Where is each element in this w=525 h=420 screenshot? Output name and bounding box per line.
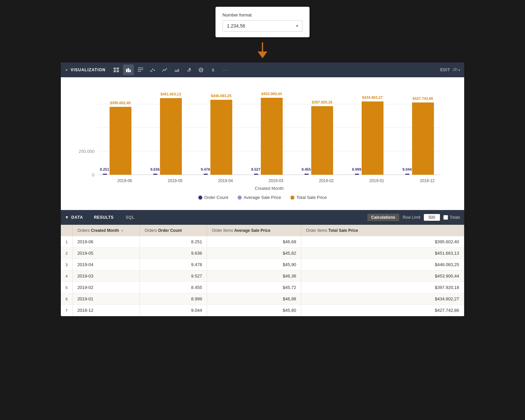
row-num-7: 7: [61, 305, 73, 316]
sort-icon[interactable]: ▾: [121, 229, 123, 233]
calculations-button[interactable]: Calculations: [367, 214, 399, 221]
th-created-month-label: Created Month: [91, 228, 119, 233]
list-view-button[interactable]: [135, 65, 146, 75]
legend-dot-avg-sale-price: [238, 196, 242, 200]
svg-point-14: [154, 70, 155, 71]
legend-total-sale-price: Total Sale Price: [290, 195, 327, 200]
results-tab[interactable]: RESULTS: [88, 213, 119, 222]
row-limit-label: Row Limit: [403, 215, 420, 220]
th-total-sale-price[interactable]: Order Items Total Sale Price: [301, 225, 464, 236]
cell-avg-price-2: $45,82: [207, 248, 301, 259]
bar-total-2019-01: [362, 101, 383, 175]
data-collapse-icon[interactable]: ▼: [65, 215, 69, 220]
svg-text:2019-03: 2019-03: [269, 178, 283, 183]
bar-total-2019-03: [261, 98, 283, 175]
svg-text:250.000: 250.000: [79, 149, 94, 154]
edit-button[interactable]: EDIT: [440, 68, 450, 72]
sql-tab[interactable]: SQL: [120, 213, 140, 222]
svg-rect-10: [138, 69, 143, 70]
number-format-select[interactable]: 1.234,56 ▾: [223, 20, 302, 32]
svg-rect-8: [129, 70, 131, 72]
row-limit-input[interactable]: [424, 214, 440, 221]
cell-total-price-4: $453.900,44: [301, 270, 464, 282]
bar-count-2019-06: [103, 174, 107, 175]
svg-rect-3: [117, 68, 119, 70]
svg-text:2019-01: 2019-01: [369, 178, 384, 183]
th-order-items-label2: Order Items: [306, 228, 328, 233]
bar-total-2018-12: [412, 102, 434, 175]
line-view-button[interactable]: [159, 65, 170, 75]
cell-total-price-6: $434.802,27: [301, 293, 464, 305]
more-options-button[interactable]: ···: [220, 65, 231, 75]
cell-order-count-6: 8.999: [140, 293, 207, 305]
number-format-label: Number format: [223, 12, 302, 17]
legend-label-avg-sale-price: Average Sale Price: [244, 195, 281, 200]
bar-count-2019-02: [305, 174, 309, 175]
th-row-num: [61, 225, 73, 236]
viz-toolbar-left: ▼ VISUALIZATION: [65, 65, 231, 75]
bar-total-2019-05: [160, 98, 182, 175]
gear-settings-button[interactable]: ▾: [453, 68, 460, 73]
data-table-container: Orders Created Month ▾ Orders Order Coun…: [61, 225, 464, 316]
cell-month-6: 2019-01: [73, 293, 140, 305]
totals-checkbox-group[interactable]: Totals: [443, 215, 460, 220]
collapse-icon[interactable]: ▼: [65, 68, 69, 72]
svg-text:2018-12: 2018-12: [420, 178, 435, 183]
legend-dot-order-count: [198, 196, 202, 200]
data-table: Orders Created Month ▾ Orders Order Coun…: [61, 225, 464, 316]
cell-total-price-2: $451.663,13: [301, 248, 464, 259]
th-avg-sale-price-label: Average Sale Price: [234, 228, 271, 233]
cell-month-1: 2019-06: [73, 236, 140, 248]
number-view-button[interactable]: 6: [208, 65, 218, 75]
pie-view-button[interactable]: [184, 65, 194, 75]
th-order-items-label: Order Items: [212, 228, 234, 233]
svg-rect-4: [114, 70, 116, 72]
table-row: 2 2019-05 9.636 $45,82 $451.663,13: [61, 248, 464, 259]
table-row: 1 2019-06 8.251 $46,68 $395.602,40: [61, 236, 464, 248]
row-num-2: 2: [61, 248, 73, 259]
svg-rect-11: [138, 71, 141, 72]
bar-count-2018-12: [405, 174, 409, 175]
chevron-down-icon: ▾: [296, 24, 298, 28]
svg-rect-6: [126, 69, 127, 72]
bar-total-2019-02: [311, 106, 333, 175]
cell-month-4: 2019-03: [73, 270, 140, 282]
table-row: 3 2019-04 9.478 $45,90 $446.083,25: [61, 259, 464, 270]
th-order-count[interactable]: Orders Order Count: [140, 225, 207, 236]
table-view-button[interactable]: [111, 65, 122, 75]
table-row: 5 2019-02 8.455 $45,72 $397.920,18: [61, 282, 464, 293]
globe-view-button[interactable]: [196, 65, 206, 75]
cell-order-count-1: 8.251: [140, 236, 207, 248]
row-num-1: 1: [61, 236, 73, 248]
area-view-button[interactable]: [171, 65, 182, 75]
cell-avg-price-6: $46,98: [207, 293, 301, 305]
data-section-title: ▼ DATA: [65, 215, 83, 220]
bar-total-2019-04: [210, 100, 232, 175]
data-toolbar-right: Calculations Row Limit Totals: [367, 214, 460, 221]
cell-order-count-7: 9.044: [140, 305, 207, 316]
bar-chart-view-button[interactable]: [123, 65, 134, 75]
th-created-month[interactable]: Orders Created Month ▾: [73, 225, 140, 236]
number-format-popup: Number format 1.234,56 ▾: [215, 7, 310, 37]
bar-count-2019-04: [204, 174, 208, 175]
svg-marker-16: [174, 69, 179, 72]
svg-text:$395.602,40: $395.602,40: [110, 101, 130, 105]
scatter-view-button[interactable]: [147, 65, 158, 75]
totals-checkbox[interactable]: [443, 215, 448, 220]
svg-text:9.478: 9.478: [201, 167, 210, 171]
th-total-sale-price-label: Total Sale Price: [328, 228, 358, 233]
bar-count-2019-03: [254, 174, 258, 175]
th-avg-sale-price[interactable]: Order Items Average Sale Price: [207, 225, 301, 236]
svg-text:2019-02: 2019-02: [319, 178, 334, 183]
table-row: 6 2019-01 8.999 $46,98 $434.802,27: [61, 293, 464, 305]
svg-text:$451.663,13: $451.663,13: [160, 92, 181, 96]
legend-label-order-count: Order Count: [204, 195, 229, 200]
chart-svg: 250.000 0 $395.602,40 8.251 $451.663,13 …: [71, 84, 454, 192]
svg-text:9.527: 9.527: [251, 167, 260, 171]
svg-point-13: [152, 69, 153, 70]
row-num-3: 3: [61, 259, 73, 270]
legend-label-total-sale-price: Total Sale Price: [296, 195, 327, 200]
svg-text:$434.802,27: $434.802,27: [362, 95, 382, 99]
viz-section-title: ▼ VISUALIZATION: [65, 68, 106, 72]
svg-text:8.455: 8.455: [301, 167, 311, 171]
